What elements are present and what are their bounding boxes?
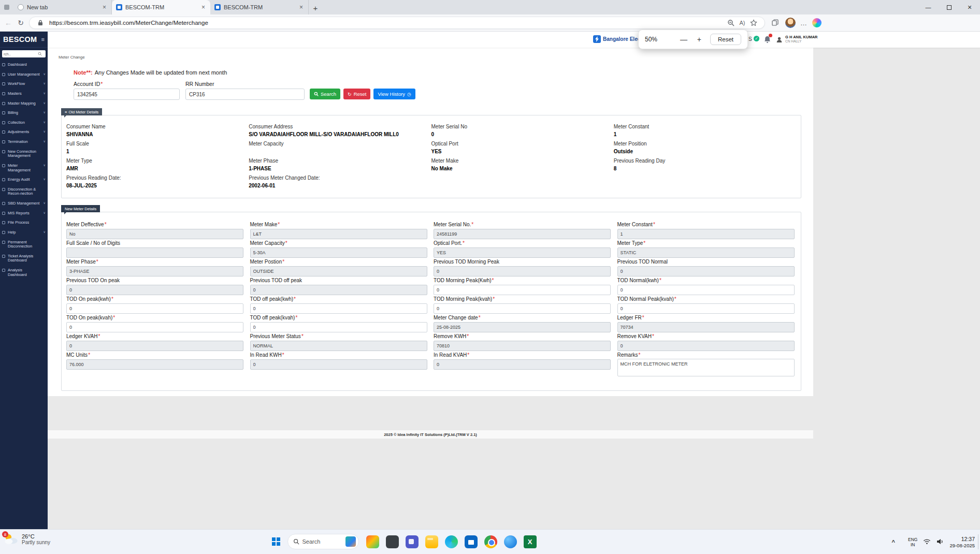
new-meter-section: Meter Deffective*Meter Make*Meter Serial… — [61, 212, 801, 391]
note-text: Any Changes Made will be updated from ne… — [95, 69, 227, 76]
old-field-optical-port: Optical PortYES — [431, 141, 614, 158]
sidebar-item-mis-reports[interactable]: MIS Reports∨ — [0, 209, 48, 218]
taskbar-icon-chrome[interactable] — [484, 535, 497, 548]
sidebar-item-workflow[interactable]: WorkFlow∨ — [0, 79, 48, 89]
browser-tab[interactable]: BESCOM-TRM× — [112, 0, 210, 14]
tab-close-icon[interactable]: × — [200, 4, 206, 11]
user-menu[interactable]: G H ANIL KUMAR CN HALLY — [785, 35, 818, 43]
sidebar-item-sbd-management[interactable]: SBD Management∨ — [0, 199, 48, 209]
zoom-in-button[interactable]: + — [695, 35, 704, 43]
sidebar-item-label: MIS Reports — [8, 211, 30, 215]
minimize-button[interactable]: — — [918, 0, 939, 14]
network-icon[interactable] — [923, 537, 931, 547]
sidebar-item-masters[interactable]: Masters∨ — [0, 89, 48, 99]
input-tod-on-peak-kwh[interactable] — [66, 303, 243, 314]
new-field-meter-serial-no: Meter Serial No.* — [434, 222, 613, 240]
input-tod-off-peak-kwh[interactable] — [250, 303, 427, 314]
taskbar-icon-excel[interactable]: X — [524, 535, 537, 548]
input-tod-on-peak-kvah[interactable] — [66, 322, 243, 332]
tab-actions-button[interactable] — [0, 0, 13, 14]
sidebar-item-permanent-disconnection[interactable]: Permanent Disconnection — [0, 238, 48, 252]
input-tod-normal-peak-kvah[interactable] — [617, 303, 795, 314]
taskbar-icon-app-blue[interactable] — [504, 535, 517, 548]
url-text[interactable]: https://bescom.trm.ieasybill.com/MeterCh… — [49, 20, 725, 26]
tab-close-icon[interactable]: × — [102, 4, 107, 11]
old-meter-section-tab: ≡ Old Meter Details — [61, 108, 102, 115]
input-remarks[interactable] — [617, 359, 795, 376]
sidebar-item-master-mapping[interactable]: Master Mapping∨ — [0, 99, 48, 109]
sidebar-item-file-process[interactable]: File Process — [0, 218, 48, 228]
sidebar-item-new-connection-management[interactable]: New Connection Management — [0, 147, 48, 161]
input-tod-morning-peak-kwh[interactable] — [434, 285, 611, 295]
sidebar-item-ticket-analysis-dashboard[interactable]: Ticket Analysis Dashboard — [0, 252, 48, 266]
sidebar-item-adjustments[interactable]: Adjustments∨ — [0, 127, 48, 137]
collections-icon[interactable] — [769, 17, 781, 28]
field-label: Meter Change date* — [434, 315, 613, 320]
close-window-button[interactable]: × — [959, 0, 980, 14]
taskbar-weather-widget[interactable]: 8 26°C Partly sunny — [3, 532, 50, 546]
new-field-full-scale-no-of-digits: Full Scale / No of Digits — [66, 240, 246, 259]
browser-tab[interactable]: BESCOM-TRM× — [210, 0, 309, 14]
reset-button[interactable]: ↻ Reset — [343, 89, 370, 99]
sidebar-item-collection[interactable]: Collection∨ — [0, 118, 48, 128]
required-asterisk: * — [100, 81, 103, 87]
sidebar-item-termination[interactable]: Termination∨ — [0, 137, 48, 147]
view-history-button[interactable]: View History ◷ — [373, 89, 415, 99]
sidebar-search-input[interactable] — [4, 52, 38, 56]
user-avatar-icon[interactable] — [776, 36, 783, 43]
required-asterisk: * — [467, 333, 469, 339]
start-button[interactable] — [272, 537, 280, 546]
clock[interactable]: 12:37 29-08-2025 — [949, 536, 975, 549]
sidebar-item-billing[interactable]: Billing∨ — [0, 108, 48, 118]
settings-menu-icon[interactable]: … — [800, 19, 808, 27]
taskbar-icon-app-color[interactable] — [366, 535, 379, 548]
copilot-icon[interactable] — [812, 18, 822, 27]
sidebar-item-dashboard[interactable]: Dashboard — [0, 60, 48, 70]
read-aloud-icon[interactable]: A) — [737, 17, 748, 28]
account-id-input[interactable] — [74, 89, 180, 100]
back-button[interactable]: ← — [2, 17, 15, 29]
taskbar-icon-file-explorer[interactable] — [425, 535, 438, 548]
zoom-out-button[interactable]: — — [679, 35, 688, 43]
sidebar-item-help[interactable]: Help∨ — [0, 228, 48, 238]
sidebar-item-label: Billing — [8, 110, 18, 115]
sidebar-item-energy-audit[interactable]: Energy Audit∨ — [0, 175, 48, 185]
input-tod-off-peak-kvah[interactable] — [250, 322, 427, 332]
lock-icon[interactable] — [35, 17, 46, 28]
sidebar-item-label: Help — [8, 230, 16, 235]
language-indicator[interactable]: ENG IN — [908, 537, 917, 547]
address-bar[interactable]: https://bescom.trm.ieasybill.com/MeterCh… — [29, 17, 765, 29]
sidebar-item-disconnection-recon-nection[interactable]: Disconnection & Recon-nection — [0, 185, 48, 199]
sidebar-item-meter-management[interactable]: Meter Management∨ — [0, 161, 48, 175]
rr-number-input[interactable] — [185, 89, 305, 100]
taskbar-search[interactable]: Search — [287, 534, 359, 549]
taskbar-icon-edge[interactable] — [445, 535, 458, 548]
required-asterisk: * — [88, 352, 90, 358]
input-meter-phase — [66, 266, 243, 276]
taskbar-icon-store[interactable] — [465, 535, 478, 548]
tray-chevron-up-icon[interactable]: ^ — [892, 539, 895, 545]
zoom-reset-button[interactable]: Reset — [710, 34, 741, 45]
browser-profile-avatar[interactable] — [785, 18, 796, 28]
input-tod-normal-kwh[interactable] — [617, 285, 795, 295]
refresh-button[interactable]: ↻ — [15, 17, 27, 29]
volume-icon[interactable] — [936, 537, 944, 547]
sidebar-item-user-management[interactable]: User Management∨ — [0, 70, 48, 80]
hamburger-menu-icon[interactable]: ≡ — [41, 36, 45, 42]
field-label: Previous Meter Status* — [250, 333, 429, 339]
taskbar-icon-teams[interactable] — [406, 535, 419, 548]
favorite-star-icon[interactable] — [748, 17, 759, 28]
browser-tab[interactable]: New tab× — [13, 0, 112, 14]
account-id-label: Account ID* — [74, 81, 103, 87]
check-badge-icon: ✓ — [754, 36, 759, 41]
input-tod-morning-peak-kvah[interactable] — [434, 303, 611, 314]
sidebar-item-analysis-dashboard[interactable]: Analysis Dashboard — [0, 266, 48, 280]
maximize-button[interactable] — [939, 0, 959, 14]
show-desktop-button[interactable] — [978, 534, 980, 549]
taskbar-icon-app-dark[interactable] — [386, 535, 399, 548]
field-label: Remove KVAH* — [617, 333, 797, 339]
new-tab-button[interactable]: + — [309, 1, 322, 14]
tab-close-icon[interactable]: × — [298, 4, 304, 11]
search-button[interactable]: Search — [310, 89, 340, 99]
zoom-indicator-icon[interactable] — [725, 17, 737, 28]
